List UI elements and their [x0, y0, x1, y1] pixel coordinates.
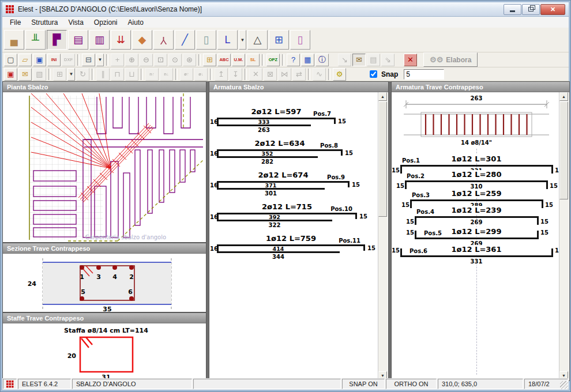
calculator-button[interactable]: ▦ — [301, 54, 314, 66]
slab-ribbed-button[interactable]: ▤ — [68, 30, 88, 50]
envelope-view-button[interactable]: ✉ — [352, 54, 366, 66]
beam-node-button[interactable]: Y — [153, 30, 174, 50]
panel-pianta-title: Pianta Sbalzo — [7, 84, 48, 91]
elabora-button: ⚙⚙Elabora — [423, 52, 478, 67]
panel-sezione-title-bar[interactable]: Sezione Trave Contrappeso — [3, 243, 206, 254]
title-bar[interactable]: Elest - [SBALZO D'ANGOLO (C:\Elest\Lavor… — [2, 2, 569, 17]
bar-right-hook — [551, 165, 553, 174]
distributed-load-button[interactable]: ⇊ — [111, 30, 131, 50]
bar-spec: 1ø12 L=280 — [425, 170, 528, 179]
recompute-button[interactable]: ⚙ — [333, 68, 346, 81]
more-elements-dropdown-button[interactable]: ▼ — [239, 30, 246, 50]
panel-armatura-trave-title-bar[interactable]: Armatura Trave Contrappeso — [392, 82, 569, 92]
snap-value-input[interactable] — [404, 69, 444, 80]
staffe-canvas[interactable]: Staffa ø8/14 cm LT=114 20 31 — [3, 323, 205, 380]
toolbar-structures: ▄╨▛▤▥⇊◆Y╱▯L▼△⊞▯ — [2, 28, 569, 52]
inclined-beam-button[interactable]: ╱ — [175, 30, 195, 50]
panel-armatura-sbalzo-title-bar[interactable]: Armatura Sbalzo — [209, 82, 388, 92]
new-file-button[interactable]: ▢ — [4, 54, 17, 66]
steel-settings-button[interactable]: SL — [246, 54, 260, 66]
pianta-caption: Carpenteria sbalzo d'angolo — [85, 234, 166, 240]
elabora-label: Elabora — [446, 56, 471, 64]
scroll-thumb[interactable] — [378, 101, 387, 217]
scroll-up-icon[interactable]: ▲ — [559, 92, 568, 101]
panel-pianta-title-bar[interactable]: Pianta Sbalzo — [3, 82, 206, 92]
structure-tree-button[interactable]: ⊞ — [203, 54, 216, 66]
panel-armatura-sbalzo: Armatura Sbalzo 2ø12 L=597Pos.7161533326… — [209, 81, 389, 381]
snap-checkbox[interactable] — [370, 70, 377, 78]
rebar-label: 4 — [112, 273, 117, 281]
pianta-canvas[interactable]: Carpenteria sbalzo d'angolo — [3, 92, 205, 242]
spline-tool-button: ∿ — [313, 68, 326, 81]
armatura-sbalzo-canvas[interactable]: 2ø12 L=597Pos.716153332632ø12 L=634Pos.8… — [210, 92, 378, 380]
bar-spec: 1ø12 L=239 — [425, 206, 528, 214]
panel-staffe-title-bar[interactable]: Staffe Trave Contrappeso — [3, 313, 206, 323]
wall-panel-button[interactable]: ▯ — [290, 30, 310, 50]
bar-right-hook — [542, 199, 543, 208]
recompute-icon: ⚙ — [336, 70, 343, 78]
bar-pos-label: Pos.11 — [329, 238, 360, 244]
sezione-canvas[interactable]: 1 3 4 2 5 6 24 35 — [3, 254, 205, 311]
resize-grip[interactable] — [560, 381, 568, 389]
toolbar-separator — [48, 69, 51, 80]
close-button[interactable]: ✕ — [540, 4, 565, 15]
envelope-view-icon: ✉ — [356, 55, 362, 64]
menu-vista[interactable]: Vista — [63, 17, 88, 28]
slab-panel-button[interactable]: ▥ — [89, 30, 110, 50]
print-dropdown-button[interactable]: ▼ — [96, 54, 104, 66]
hook-right-dim: 15 — [550, 183, 558, 189]
stretch-bars-icon: ⋈ — [281, 70, 288, 78]
info-button[interactable]: ⓘ — [315, 54, 329, 66]
bar-segment — [400, 165, 553, 167]
menu-file[interactable]: File — [5, 17, 26, 28]
options-button[interactable]: OPZ — [266, 54, 280, 66]
scroll-thumb[interactable] — [559, 101, 568, 199]
rebar-label: 1 — [80, 273, 84, 281]
panel-sezione-trave: Sezione Trave Contrappeso — [2, 243, 206, 312]
restore-button[interactable] — [522, 4, 540, 15]
print-button[interactable]: ⊟ — [82, 54, 95, 66]
retaining-wall-button[interactable]: L — [217, 30, 238, 50]
zoom-out-icon: ⊖ — [143, 55, 149, 64]
report-view-icon: ▤ — [370, 55, 377, 64]
copy-dropdown-button[interactable]: ▼ — [67, 68, 75, 81]
armatura-trave-scrollbar[interactable]: ▲ ▼ — [559, 92, 569, 380]
bar-left-hook — [410, 199, 412, 208]
corner-cantilever-slab-button[interactable]: ▛ — [47, 30, 67, 50]
section-bars-button: ∥ — [96, 68, 110, 81]
ini-settings-button[interactable]: INI — [47, 54, 61, 66]
zoom-out-button: ⊖ — [140, 54, 153, 66]
zoom-extents-button: ⊛ — [183, 54, 196, 66]
menu-struttura[interactable]: Struttura — [26, 17, 63, 28]
delete-all-button[interactable]: ✕ — [404, 54, 417, 66]
truss-button[interactable]: △ — [247, 30, 268, 50]
bar-right-hook — [355, 213, 357, 219]
zoom-previous-button: ⊙ — [168, 54, 182, 66]
footing-3d-button[interactable]: ◆ — [132, 30, 152, 50]
save-file-button[interactable]: ▣ — [33, 54, 46, 66]
menu-opzioni[interactable]: Opzioni — [89, 17, 123, 28]
menu-aiuto[interactable]: Aiuto — [123, 17, 149, 28]
help-button[interactable]: ? — [287, 54, 300, 66]
frame-button[interactable]: ⊞ — [269, 30, 289, 50]
beam-with-loads-button[interactable]: ╨ — [25, 30, 46, 50]
bar-segment — [405, 180, 548, 182]
units-settings-button[interactable]: U.M. — [232, 54, 245, 66]
hook-right-dim: 15 — [345, 150, 353, 156]
copy-drawing-button: ⊞ — [53, 68, 66, 81]
foundation-beam-button[interactable]: ▄ — [4, 30, 24, 50]
scroll-up-icon[interactable]: ▲ — [378, 92, 387, 101]
bar-pos-label: Pos.5 — [424, 230, 442, 236]
armatura-sbalzo-scrollbar[interactable]: ▲ ▼ — [378, 92, 388, 380]
support-left-icon: ⊓ — [114, 70, 120, 78]
armatura-trave-canvas[interactable]: 263 — [392, 92, 559, 380]
text-settings-button[interactable]: ABC — [217, 54, 231, 66]
positions-save-button[interactable]: ▣ — [4, 68, 17, 81]
minimize-button[interactable] — [504, 4, 521, 15]
column-3d-button[interactable]: ▯ — [196, 30, 216, 50]
footing-3d-icon: ◆ — [138, 33, 146, 46]
open-file-button[interactable]: ▱ — [18, 54, 32, 66]
copy-drawing-icon: ⊞ — [57, 70, 63, 78]
positions-envelope-button[interactable]: ✉ — [18, 68, 32, 81]
window-frame: Elest - [SBALZO D'ANGOLO (C:\Elest\Lavor… — [2, 2, 569, 390]
